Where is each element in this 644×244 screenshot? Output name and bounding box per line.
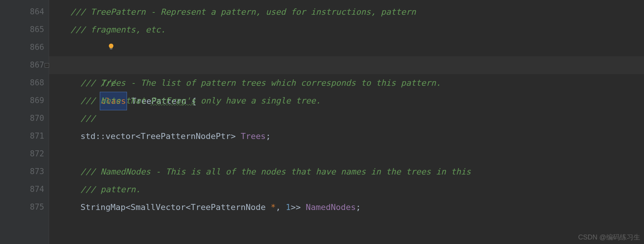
code-line[interactable]: std::vector<TreePatternNodePtr> Trees; — [60, 127, 644, 145]
code-line[interactable]: /// Note that PatFrag's only have a sing… — [60, 92, 644, 110]
gutter: 864 865 866 867 868 869 870 871 872 873 … — [0, 0, 49, 244]
namespace: std — [80, 131, 96, 141]
code-line[interactable]: StringMap<SmallVector<TreePatternNode *,… — [60, 198, 644, 216]
fold-toggle-icon[interactable]: − — [45, 63, 49, 68]
code-line[interactable]: /// TreePattern - Represent a pattern, u… — [60, 3, 644, 21]
code-line[interactable]: /// Trees - The list of pattern trees wh… — [60, 74, 644, 92]
member-namednodes: NamedNodes — [306, 202, 356, 212]
line-number: 867 — [0, 56, 49, 74]
watermark-text: CSDN @编码练习生 — [578, 233, 640, 242]
svg-rect-0 — [110, 48, 112, 49]
intention-bulb-icon[interactable] — [67, 21, 115, 74]
code-line[interactable]: /// NamedNodes - This is all of the node… — [60, 163, 644, 181]
comment-text: /// — [80, 114, 96, 123]
comment-text: /// Note that PatFrag's only have a sing… — [80, 96, 321, 105]
spellcheck-warning[interactable]: PatFrag's — [150, 96, 195, 105]
line-number: 866 — [0, 39, 49, 56]
line-number: 864 — [0, 3, 49, 21]
type-smallvector: SmallVector — [130, 202, 186, 212]
line-number: 872 — [0, 145, 49, 163]
type-stringmap: StringMap — [80, 202, 125, 212]
code-line-current[interactable]: − class TreePattern { — [49, 56, 644, 74]
line-number: 875 — [0, 198, 49, 216]
type-param: TreePatternNodePtr — [141, 131, 231, 141]
line-number: 873 — [0, 163, 49, 181]
code-line[interactable]: /// — [60, 110, 644, 127]
comment-text: /// Trees - The list of pattern trees wh… — [80, 78, 441, 88]
code-editor[interactable]: 864 865 866 867 868 869 870 871 872 873 … — [0, 0, 644, 244]
line-number: 869 — [0, 92, 49, 110]
line-number: 865 — [0, 21, 49, 39]
code-line[interactable]: /// fragments, etc. — [60, 21, 644, 39]
code-line[interactable]: /// pattern. — [60, 181, 644, 198]
pointer-star: * — [271, 202, 276, 212]
code-line[interactable]: /// — [60, 39, 644, 56]
comment-text: /// TreePattern - Represent a pattern, u… — [71, 7, 416, 17]
code-line[interactable] — [60, 145, 644, 163]
comment-text: /// pattern. — [80, 185, 141, 194]
comment-text: /// NamedNodes - This is all of the node… — [80, 167, 471, 176]
line-number: 871 — [0, 127, 49, 145]
type-node: TreePatternNode — [190, 202, 266, 212]
line-number: 870 — [0, 110, 49, 127]
type-vector: vector — [105, 131, 135, 141]
member-trees: Trees — [241, 131, 266, 141]
line-number: 874 — [0, 181, 49, 198]
line-number: 868 — [0, 74, 49, 92]
numeric-literal: 1 — [286, 202, 291, 212]
code-area[interactable]: /// TreePattern - Represent a pattern, u… — [49, 0, 644, 244]
